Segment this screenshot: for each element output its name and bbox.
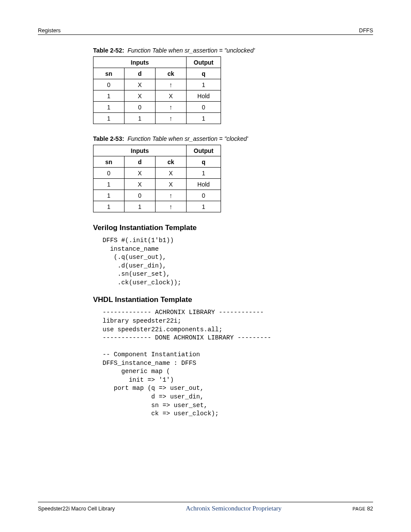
table-row: 1 X X Hold [93, 90, 221, 102]
table-caption-text: Function Table when sr_assertion = "cloc… [128, 135, 248, 142]
header-left: Registers [38, 28, 61, 34]
page-content: Table 2-52: Function Table when sr_asser… [93, 47, 356, 418]
table-header-inputs: Inputs [93, 57, 187, 68]
footer-left: Speedster22i Macro Cell Library [38, 506, 115, 512]
col-sn: sn [93, 156, 125, 168]
vhdl-code-block: ------------- ACHRONIX LIBRARY ---------… [103, 308, 356, 418]
footer-right: PAGE 82 [352, 506, 373, 512]
col-q: q [187, 156, 221, 168]
col-ck: ck [156, 156, 187, 168]
col-d: d [125, 156, 156, 168]
table-row: 1 0 ↑ 0 [93, 190, 221, 201]
verilog-template-heading: Verilog Instantiation Template [93, 224, 356, 232]
page-label: PAGE [352, 506, 365, 511]
rising-edge-icon: ↑ [169, 115, 173, 122]
table-caption: Table 2-52: Function Table when sr_asser… [93, 47, 356, 54]
rising-edge-icon: ↑ [169, 203, 173, 210]
table-row: 0 X ↑ 1 [93, 79, 221, 90]
table-row: 1 1 ↑ 1 [93, 201, 221, 212]
rising-edge-icon: ↑ [169, 192, 173, 199]
vhdl-template-heading: VHDL Instantiation Template [93, 296, 356, 304]
table-caption-label: Table 2-52: [93, 47, 124, 54]
header-right: DFFS [359, 28, 373, 34]
verilog-code-block: DFFS #(.init(1'b1)) instance_name (.q(us… [103, 236, 356, 287]
col-d: d [125, 68, 156, 79]
table-row: 1 1 ↑ 1 [93, 113, 221, 124]
table-caption: Table 2-53: Function Table when sr_asser… [93, 135, 356, 142]
col-sn: sn [93, 68, 125, 79]
table-caption-label: Table 2-53: [93, 135, 124, 142]
col-ck: ck [156, 68, 187, 79]
table-header-output: Output [187, 57, 221, 68]
page-header: Registers DFFS [38, 28, 373, 35]
table-header-output: Output [187, 145, 221, 156]
col-q: q [187, 68, 221, 79]
footer-center: Achronix Semiconductor Proprietary [115, 505, 353, 512]
table-row: 1 0 ↑ 0 [93, 102, 221, 113]
table-header-inputs: Inputs [93, 145, 187, 156]
table-row: 1 X X Hold [93, 179, 221, 190]
function-table-unclocked: Inputs Output sn d ck q 0 X ↑ 1 [93, 56, 221, 124]
rising-edge-icon: ↑ [169, 103, 173, 111]
table-caption-text: Function Table when sr_assertion = "uncl… [128, 47, 255, 54]
page-number: 82 [367, 506, 373, 512]
table-row: 0 X X 1 [93, 168, 221, 179]
function-table-clocked: Inputs Output sn d ck q 0 X X 1 [93, 145, 221, 212]
page-footer: Speedster22i Macro Cell Library Achronix… [38, 502, 373, 512]
rising-edge-icon: ↑ [169, 81, 173, 88]
